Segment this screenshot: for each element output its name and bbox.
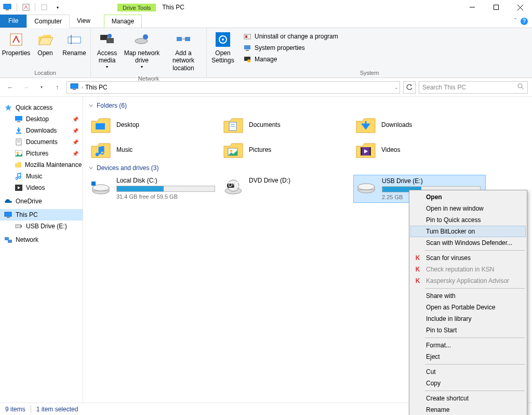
folder-music[interactable]: Music [88, 137, 221, 162]
section-devices[interactable]: Devices and drives (3) [88, 164, 527, 172]
svg-point-52 [230, 150, 232, 152]
svg-rect-16 [177, 37, 182, 41]
cm-copy[interactable]: Copy [410, 378, 526, 389]
svg-point-39 [17, 152, 19, 154]
qat-dropdown-icon[interactable]: ▾ [52, 2, 63, 13]
refresh-button[interactable] [403, 81, 416, 94]
sidebar-this-pc[interactable]: This PC [0, 209, 83, 221]
folder-desktop[interactable]: Desktop [88, 112, 221, 137]
access-media-button[interactable]: Access media▾ [93, 30, 121, 70]
cm-eject[interactable]: Eject [410, 351, 526, 362]
sidebar-item-music[interactable]: Music [0, 171, 83, 182]
breadcrumb[interactable]: This PC [83, 84, 110, 91]
cm-open-portable[interactable]: Open as Portable Device [410, 302, 526, 313]
folder-pictures[interactable]: Pictures [221, 137, 353, 162]
drive-dvd-d[interactable]: DVD DVD Drive (D:) [221, 175, 353, 203]
open-button[interactable]: Open [31, 30, 59, 58]
folder-videos[interactable]: Videos [353, 137, 486, 162]
address-input[interactable]: › This PC ⌄ [66, 81, 400, 94]
qat-properties-icon[interactable] [20, 2, 32, 13]
svg-point-15 [143, 34, 148, 40]
ribbon-group-location: Properties Open Rename Location [0, 28, 91, 77]
tab-view[interactable]: View [70, 15, 98, 28]
sidebar-quick-access[interactable]: Quick access [0, 102, 83, 113]
ribbon: Properties Open Rename Location Access m… [0, 28, 532, 78]
pin-icon: 📌 [72, 151, 78, 157]
sidebar-network[interactable]: Network [0, 234, 83, 245]
map-network-drive-button[interactable]: Map network drive▾ [122, 30, 162, 70]
cm-include-library[interactable]: Include in library [410, 313, 526, 325]
svg-line-31 [522, 87, 524, 89]
qat-pc-icon[interactable] [2, 2, 14, 13]
sidebar-item-videos[interactable]: Videos [0, 182, 83, 193]
cm-format[interactable]: Format... [410, 340, 526, 351]
uninstall-program-button[interactable]: Uninstall or change a program [241, 31, 340, 42]
cm-cut[interactable]: Cut [410, 366, 526, 378]
music-folder-icon [90, 139, 111, 160]
recent-locations-button[interactable]: ▾ [35, 81, 48, 94]
cm-separator [425, 288, 525, 289]
tab-manage[interactable]: Manage [104, 15, 142, 28]
documents-folder-icon [223, 114, 244, 135]
cm-separator [425, 250, 525, 251]
svg-rect-47 [96, 123, 105, 129]
search-input[interactable]: Search This PC [419, 81, 528, 94]
maximize-button[interactable] [484, 0, 508, 15]
folder-documents[interactable]: Documents [221, 112, 353, 137]
usb-drive-icon [356, 177, 377, 198]
kaspersky-icon: K [414, 265, 422, 274]
sidebar-item-desktop[interactable]: Desktop📌 [0, 113, 83, 125]
drive-local-c[interactable]: Local Disk (C:) 31.4 GB free of 59.5 GB [88, 175, 221, 203]
window-title: This PC [162, 4, 184, 11]
context-menu: Open Open in new window Pin to Quick acc… [409, 190, 527, 415]
cm-create-shortcut[interactable]: Create shortcut [410, 393, 526, 404]
context-tab-drive-tools: Drive Tools [117, 4, 156, 11]
svg-rect-0 [4, 4, 11, 9]
sidebar-item-pictures[interactable]: Pictures📌 [0, 148, 83, 159]
drive-free-space: 31.4 GB free of 59.5 GB [116, 193, 219, 200]
svg-rect-11 [100, 35, 108, 40]
cm-pin-start[interactable]: Pin to Start [410, 325, 526, 336]
sidebar-item-mozilla[interactable]: Mozilla Maintenance [0, 159, 83, 171]
add-network-location-button[interactable]: Add a network location [163, 30, 204, 73]
qat-new-icon[interactable] [38, 2, 50, 13]
collapse-ribbon-icon[interactable]: ˆ [514, 18, 516, 25]
pin-icon: 📌 [72, 116, 78, 122]
properties-button[interactable]: Properties [2, 30, 30, 58]
cm-separator [425, 338, 525, 338]
cm-share-with[interactable]: Share with [410, 290, 526, 302]
open-settings-button[interactable]: Open Settings [209, 30, 237, 66]
cm-pin-quick-access[interactable]: Pin to Quick access [410, 214, 526, 226]
sidebar-item-usb[interactable]: USB Drive (E:) [0, 221, 83, 232]
address-dropdown-icon[interactable]: ⌄ [394, 85, 398, 90]
up-button[interactable]: ↑ [51, 81, 63, 94]
cm-turn-bitlocker-on[interactable]: Turn BitLocker on [410, 226, 526, 237]
cm-open[interactable]: Open [410, 191, 526, 203]
cm-rename[interactable]: Rename [410, 404, 526, 415]
sidebar-item-downloads[interactable]: Downloads📌 [0, 125, 83, 136]
cm-scan-defender[interactable]: Scan with Windows Defender... [410, 237, 526, 249]
tab-computer[interactable]: Computer [26, 15, 70, 28]
rename-button[interactable]: Rename [60, 30, 88, 58]
desktop-icon [15, 115, 23, 123]
svg-rect-3 [42, 5, 47, 10]
forward-button[interactable]: → [20, 81, 32, 94]
tab-file[interactable]: File [0, 15, 26, 28]
close-button[interactable] [508, 0, 532, 15]
svg-rect-25 [246, 50, 249, 51]
folder-downloads[interactable]: Downloads [353, 112, 486, 137]
section-folders[interactable]: Folders (6) [88, 102, 527, 109]
system-properties-button[interactable]: System properties [241, 43, 340, 53]
cm-check-ksn[interactable]: KCheck reputation in KSN [410, 264, 526, 275]
minimize-button[interactable] [460, 0, 484, 15]
cm-scan-viruses[interactable]: KScan for viruses [410, 252, 526, 264]
sidebar-item-documents[interactable]: Documents📌 [0, 136, 83, 148]
sidebar-onedrive[interactable]: OneDrive [0, 196, 83, 207]
manage-button[interactable]: Manage [241, 54, 340, 64]
cm-kaspersky-advisor[interactable]: KKaspersky Application Advisor [410, 275, 526, 287]
qat-separator [17, 3, 17, 11]
back-button[interactable]: ← [4, 81, 17, 94]
help-icon[interactable]: ? [521, 18, 528, 25]
svg-rect-46 [8, 240, 12, 243]
cm-open-new-window[interactable]: Open in new window [410, 203, 526, 214]
